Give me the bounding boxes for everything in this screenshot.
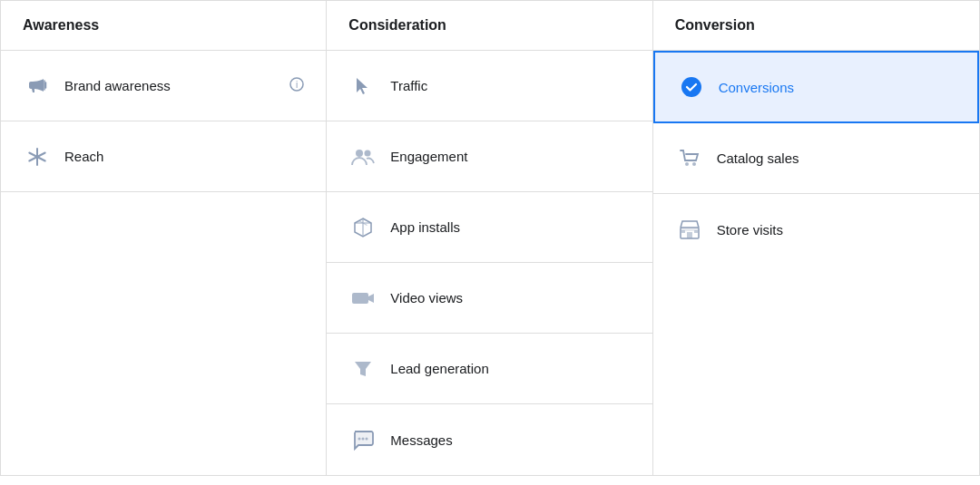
svg-point-11 [681, 77, 701, 97]
campaign-objective-grid: Brand awareness i Reach [0, 51, 980, 476]
awareness-column: Brand awareness i Reach [1, 51, 327, 475]
awareness-spacer4 [1, 404, 326, 475]
store-icon [675, 215, 704, 244]
check-circle-icon [677, 73, 706, 102]
traffic-item[interactable]: Traffic [327, 51, 652, 121]
consideration-header: Consideration [327, 1, 652, 51]
reach-label: Reach [64, 149, 103, 164]
video-icon [348, 284, 377, 313]
megaphone-icon [23, 72, 52, 101]
brand-awareness-item[interactable]: Brand awareness i [1, 51, 326, 121]
svg-text:i: i [296, 80, 298, 90]
box-icon [348, 213, 377, 242]
brand-awareness-info-icon[interactable]: i [289, 77, 304, 95]
lead-generation-item[interactable]: Lead generation [327, 334, 652, 404]
svg-rect-17 [681, 230, 685, 233]
people-icon [348, 142, 377, 171]
video-views-item[interactable]: Video views [327, 263, 652, 334]
awareness-header: Awareness [1, 1, 327, 51]
svg-rect-18 [694, 230, 698, 233]
svg-rect-7 [352, 293, 368, 304]
awareness-spacer3 [1, 334, 326, 404]
cursor-icon [348, 72, 377, 101]
catalog-sales-label: Catalog sales [717, 150, 799, 166]
store-visits-label: Store visits [717, 222, 783, 238]
svg-point-13 [692, 162, 696, 166]
awareness-spacer [1, 192, 326, 263]
chat-icon [348, 425, 377, 454]
asterisk-icon [23, 142, 52, 171]
conversion-column: Conversions Catalog sales [653, 51, 979, 475]
brand-awareness-label: Brand awareness [64, 78, 171, 93]
conversions-label: Conversions [719, 80, 794, 95]
messages-label: Messages [390, 432, 452, 448]
catalog-sales-item[interactable]: Catalog sales [653, 123, 979, 194]
video-views-label: Video views [390, 290, 463, 306]
app-installs-item[interactable]: App installs [327, 192, 652, 263]
engagement-label: Engagement [390, 149, 467, 164]
svg-rect-16 [687, 232, 692, 238]
consideration-column: Traffic Engagement App inst [327, 51, 652, 475]
lead-generation-label: Lead generation [390, 361, 488, 376]
store-visits-item[interactable]: Store visits [653, 194, 979, 265]
conversion-header: Conversion [653, 1, 979, 51]
reach-item[interactable]: Reach [1, 121, 326, 192]
app-installs-label: App installs [390, 219, 460, 235]
column-headers: Awareness Consideration Conversion [0, 0, 980, 51]
messages-item[interactable]: Messages [327, 404, 652, 475]
traffic-label: Traffic [390, 78, 427, 93]
filter-icon [348, 354, 377, 383]
cart-icon [675, 144, 704, 173]
svg-point-5 [356, 150, 363, 157]
awareness-spacer2 [1, 263, 326, 334]
engagement-item[interactable]: Engagement [327, 121, 652, 192]
svg-point-12 [685, 162, 689, 166]
conversions-item[interactable]: Conversions [653, 51, 979, 123]
svg-point-6 [365, 150, 371, 156]
